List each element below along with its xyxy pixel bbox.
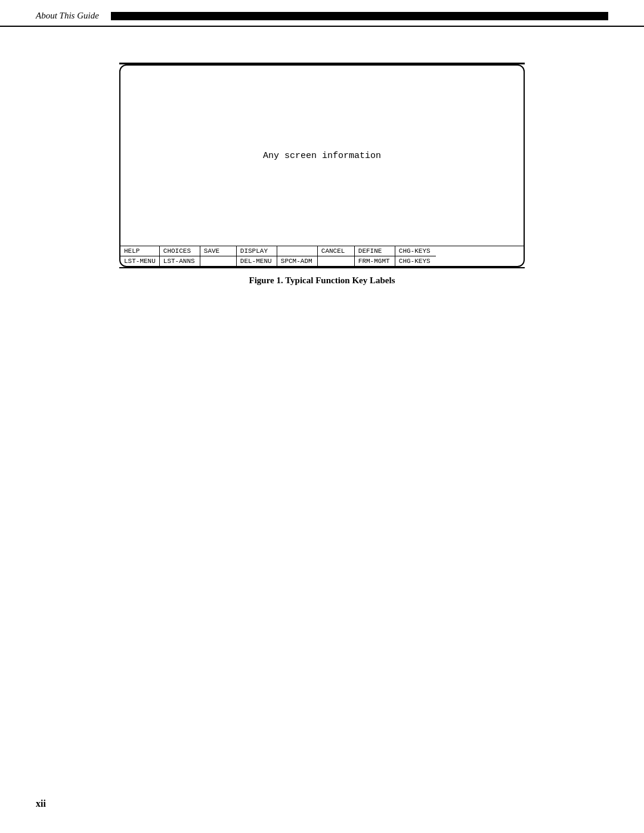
fkey-help-bottom[interactable]: LST-MENU — [120, 256, 159, 266]
fkey-define-top[interactable]: DEFINE — [355, 246, 395, 256]
screen-text: Any screen information — [263, 151, 381, 161]
fkey-display-top[interactable]: DISPLAY — [237, 246, 277, 256]
screen-content-area: Any screen information — [120, 66, 524, 246]
fkey-save-bottom — [200, 256, 236, 266]
fkey-blank-top — [277, 246, 317, 256]
fkey-chgkeys-group[interactable]: CHG-KEYS CHG-KEYS — [395, 246, 436, 266]
page-number: xii — [36, 798, 46, 809]
fkey-cancel-top[interactable]: CANCEL — [318, 246, 354, 256]
fkey-help-group[interactable]: HELP LST-MENU — [120, 246, 160, 266]
page-content: Any screen information HELP LST-MENU CHO… — [0, 27, 644, 309]
fkey-cancel-bottom — [318, 256, 354, 266]
page-header: About This Guide — [0, 0, 644, 27]
fkey-define-bottom[interactable]: FRM-MGMT — [355, 256, 395, 266]
fkey-save-group[interactable]: SAVE — [200, 246, 237, 266]
figure-container: Any screen information HELP LST-MENU CHO… — [36, 63, 608, 286]
fkey-save-top[interactable]: SAVE — [200, 246, 236, 256]
fkey-help-top[interactable]: HELP — [120, 246, 159, 256]
header-title: About This Guide — [36, 11, 99, 21]
fkey-define-group[interactable]: DEFINE FRM-MGMT — [355, 246, 395, 266]
fkey-cancel-group[interactable]: CANCEL — [318, 246, 355, 266]
fkey-blank-bottom[interactable]: SPCM-ADM — [277, 256, 317, 266]
screen-box: Any screen information HELP LST-MENU CHO… — [119, 64, 525, 267]
fkey-display-bottom[interactable]: DEL-MENU — [237, 256, 277, 266]
figure-caption: Figure 1. Typical Function Key Labels — [249, 275, 395, 286]
function-key-row: HELP LST-MENU CHOICES LST-ANNS SAVE DISP… — [120, 246, 524, 266]
fkey-chgkeys-bottom[interactable]: CHG-KEYS — [395, 256, 436, 266]
fkey-chgkeys-top[interactable]: CHG-KEYS — [395, 246, 436, 256]
fkey-display-group[interactable]: DISPLAY DEL-MENU — [237, 246, 277, 266]
fkey-blank-group: SPCM-ADM — [277, 246, 318, 266]
fkey-choices-top[interactable]: CHOICES — [160, 246, 200, 256]
bottom-rule — [119, 267, 525, 268]
fkey-choices-bottom[interactable]: LST-ANNS — [160, 256, 200, 266]
fkey-choices-group[interactable]: CHOICES LST-ANNS — [160, 246, 200, 266]
header-bar — [111, 12, 608, 20]
